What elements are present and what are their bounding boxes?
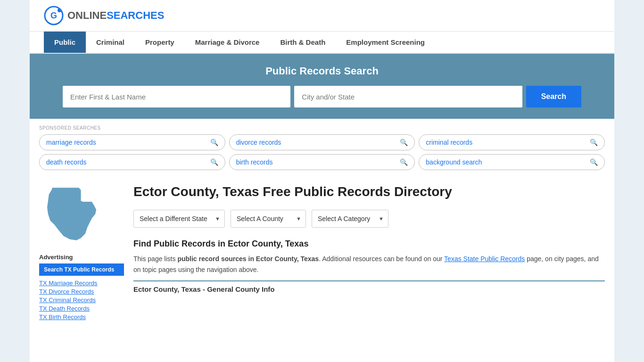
sponsored-section: SPONSORED SEARCHES marriage records🔍divo… [39,119,605,174]
pill-text: background search [426,158,482,166]
sidebar: Advertising Search TX Public Records TX … [39,183,133,322]
svg-text:G: G [50,11,57,20]
main-body: SPONSORED SEARCHES marriage records🔍divo… [30,119,614,331]
ad-button[interactable]: Search TX Public Records [39,263,124,276]
state-dropdown[interactable]: Select a Different State [133,210,225,228]
name-input[interactable] [63,86,290,107]
search-button[interactable]: Search [526,86,581,107]
find-title: Find Public Records in Ector County, Tex… [133,239,605,249]
logo-icon: G [44,6,64,25]
page-title: Ector County, Texas Free Public Records … [133,183,605,200]
county-dropdown-wrapper: Select A County [231,210,306,228]
banner-title: Public Records Search [44,65,600,77]
find-text-1: This page lists [133,255,177,263]
texas-map [39,183,124,246]
sidebar-link[interactable]: TX Death Records [39,305,124,312]
location-input[interactable] [294,86,522,107]
category-dropdown[interactable]: Select A Category [312,210,388,228]
main-nav: PublicCriminalPropertyMarriage & Divorce… [30,32,614,54]
search-form: Search [63,86,581,107]
nav-item-criminal[interactable]: Criminal [86,32,135,53]
nav-item-birth---death[interactable]: Birth & Death [270,32,336,53]
nav-item-marriage---divorce[interactable]: Marriage & Divorce [185,32,270,53]
nav-item-public[interactable]: Public [44,32,86,53]
sidebar-link[interactable]: TX Marriage Records [39,280,124,287]
sidebar-link[interactable]: TX Birth Records [39,313,124,321]
main-content-area: Ector County, Texas Free Public Records … [133,183,605,322]
nav-item-property[interactable]: Property [135,32,185,53]
sponsored-label: SPONSORED SEARCHES [39,125,605,131]
search-icon: 🔍 [400,139,408,146]
nav-item-employment-screening[interactable]: Employment Screening [336,32,435,53]
search-pills: marriage records🔍divorce records🔍crimina… [39,134,605,170]
search-icon: 🔍 [400,158,408,166]
logo-online-text: ONLINE [67,9,107,21]
pill-text: divorce records [236,139,281,146]
sidebar-links: TX Marriage RecordsTX Divorce RecordsTX … [39,280,124,321]
find-link[interactable]: Texas State Public Records [444,255,525,263]
logo-searches-text: SEARCHES [107,9,164,21]
content-area: Advertising Search TX Public Records TX … [39,174,605,331]
advertising-label: Advertising [39,254,124,261]
state-dropdown-wrapper: Select a Different State [133,210,225,228]
general-info-title: Ector County, Texas - General County Inf… [133,280,605,293]
search-pill[interactable]: marriage records🔍 [39,134,225,150]
find-text-2: . Additional resources can be found on o… [319,255,444,263]
pill-text: death records [46,158,87,166]
search-icon: 🔍 [590,158,598,166]
search-banner: Public Records Search Search [30,54,614,119]
search-icon: 🔍 [590,139,598,146]
dropdown-row: Select a Different State Select A County… [133,210,605,228]
logo: G ONLINESEARCHES [44,6,164,25]
search-pill[interactable]: divorce records🔍 [229,134,415,150]
search-icon: 🔍 [210,139,218,146]
pill-text: birth records [236,158,273,166]
search-pill[interactable]: death records🔍 [39,154,225,170]
search-pill[interactable]: criminal records🔍 [419,134,605,150]
find-bold: public record sources in Ector County, T… [177,255,319,263]
category-dropdown-wrapper: Select A Category [312,210,388,228]
search-pill[interactable]: background search🔍 [419,154,605,170]
pill-text: criminal records [426,139,472,146]
search-icon: 🔍 [210,158,218,166]
find-description: This page lists public record sources in… [133,254,605,275]
county-dropdown[interactable]: Select A County [231,210,306,228]
sidebar-link[interactable]: TX Criminal Records [39,296,124,304]
sidebar-link[interactable]: TX Divorce Records [39,288,124,295]
pill-text: marriage records [46,139,96,146]
search-pill[interactable]: birth records🔍 [229,154,415,170]
